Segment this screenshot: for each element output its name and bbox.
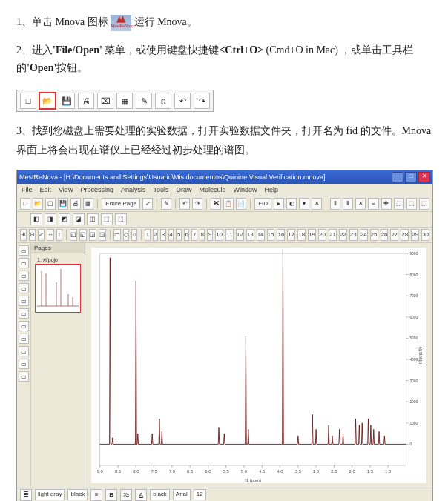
toolbar-button[interactable]: 21: [329, 229, 337, 241]
toolbar-button[interactable]: ⬚: [406, 198, 417, 210]
side-tool[interactable]: ▭: [19, 258, 29, 268]
bold-icon[interactable]: B: [105, 489, 117, 501]
toolbar-button[interactable]: 📄: [236, 198, 246, 210]
toolbar-button[interactable]: ◫: [87, 213, 99, 225]
toolbar-button[interactable]: ⬚: [394, 198, 404, 210]
side-tool[interactable]: ▭: [19, 334, 29, 344]
toolbar-button[interactable]: Ⅱ: [343, 198, 353, 210]
toolbar-button[interactable]: 14: [257, 229, 265, 241]
toolbar-button[interactable]: ◇: [123, 229, 129, 241]
toolbar-button[interactable]: ◱: [79, 229, 87, 241]
toolbar-button[interactable]: 1: [145, 229, 151, 241]
side-tool[interactable]: ▭: [19, 308, 29, 319]
toolbar-button[interactable]: ▸: [274, 198, 284, 210]
toolbar-button[interactable]: ⬚: [115, 213, 127, 225]
toolbar-button[interactable]: ○: [131, 229, 137, 241]
toolbar-button[interactable]: 13: [246, 229, 254, 241]
menu-item[interactable]: View: [59, 186, 73, 193]
sel-color2[interactable]: black: [67, 489, 88, 500]
side-tool[interactable]: ▭: [19, 359, 29, 369]
align-icon[interactable]: ≡: [90, 489, 102, 501]
menu-item[interactable]: Draw: [176, 186, 191, 193]
toolbar-button[interactable]: ↷: [192, 198, 202, 210]
menu-item[interactable]: Help: [265, 186, 279, 193]
toolbar-button[interactable]: 9: [207, 229, 213, 241]
side-tool[interactable]: ▭: [19, 271, 29, 281]
toolbar-button[interactable]: ◳: [99, 229, 106, 241]
layer-icon[interactable]: ≣: [20, 489, 32, 501]
toolbar-button[interactable]: 20: [318, 229, 326, 241]
sel-color1[interactable]: light gray: [35, 489, 65, 500]
toolbar-button[interactable]: 6: [184, 229, 190, 241]
font-a-icon[interactable]: A: [135, 489, 147, 501]
maximize-button[interactable]: □: [405, 172, 417, 182]
toolbar-button[interactable]: 3: [160, 229, 166, 241]
toolbar-button[interactable]: 8: [200, 229, 205, 241]
toolbar-button[interactable]: 📋: [223, 198, 234, 210]
menu-item[interactable]: Processing: [80, 186, 113, 193]
toolbar-button[interactable]: 10: [215, 229, 223, 241]
toolbar-button[interactable]: 4: [168, 229, 174, 241]
menu-item[interactable]: File: [22, 186, 33, 193]
toolbar-button[interactable]: 22: [339, 229, 347, 241]
toolbar-button[interactable]: 12: [236, 229, 244, 241]
toolbar-button[interactable]: 24: [360, 229, 368, 241]
toolbar-button[interactable]: ◫: [45, 198, 56, 210]
side-tool[interactable]: ▭: [19, 346, 29, 356]
toolbar-button[interactable]: ✕: [355, 198, 366, 210]
toolbar-button[interactable]: 15: [267, 229, 275, 241]
toolbar-select[interactable]: Entire Page: [102, 198, 140, 210]
toolbar-button[interactable]: ↕: [56, 229, 62, 241]
side-tool[interactable]: ▭: [19, 371, 29, 382]
menu-item[interactable]: Window: [234, 186, 257, 193]
toolbar-button[interactable]: ≡: [368, 198, 378, 210]
toolbar-button[interactable]: □: [20, 198, 30, 210]
toolbar-button[interactable]: 7: [191, 229, 197, 241]
toolbar-button[interactable]: 🖨: [70, 198, 81, 210]
toolbar-button[interactable]: ↔: [47, 229, 54, 241]
toolbar-button[interactable]: 27: [390, 229, 398, 241]
menu-item[interactable]: Analysis: [121, 186, 146, 193]
toolbar-button[interactable]: 17: [287, 229, 295, 241]
menu-item[interactable]: Tools: [153, 186, 168, 193]
minimize-button[interactable]: _: [392, 172, 403, 182]
toolbar-button[interactable]: ✚: [381, 198, 392, 210]
toolbar-button[interactable]: 5: [176, 229, 182, 241]
toolbar-button[interactable]: 📂: [33, 198, 43, 210]
side-tool[interactable]: ▭: [19, 245, 29, 256]
spectrum-plot[interactable]: 9.08.58.07.57.06.56.05.55.04.54.03.53.02…: [91, 248, 426, 483]
toolbar-button[interactable]: ◨: [45, 213, 56, 225]
menu-item[interactable]: Edit: [40, 186, 52, 193]
toolbar-button[interactable]: 💾: [58, 198, 68, 210]
toolbar-button[interactable]: ◰: [70, 229, 77, 241]
sel-color3[interactable]: black: [150, 489, 170, 500]
toolbar-button[interactable]: 2: [153, 229, 159, 241]
toolbar-button[interactable]: ⊕: [20, 229, 27, 241]
side-tool[interactable]: ▭: [19, 296, 29, 306]
toolbar-button[interactable]: ◧: [30, 213, 42, 225]
toolbar-button[interactable]: Ⅱ: [330, 198, 340, 210]
toolbar-button[interactable]: ⬚: [101, 213, 113, 225]
toolbar-button[interactable]: 29: [411, 229, 419, 241]
toolbar-button[interactable]: ✎: [161, 198, 171, 210]
toolbar-button[interactable]: 25: [370, 229, 378, 241]
toolbar-button[interactable]: ◐: [286, 198, 297, 210]
toolbar-button[interactable]: 28: [401, 229, 409, 241]
toolbar-button[interactable]: 26: [381, 229, 389, 241]
toolbar-button[interactable]: ◪: [73, 213, 85, 225]
toolbar-button[interactable]: ⤢: [142, 198, 153, 210]
toolbar-button[interactable]: ✀: [211, 198, 221, 210]
toolbar-button[interactable]: ⬚: [419, 198, 429, 210]
menu-item[interactable]: Molecule: [199, 186, 225, 193]
toolbar-button[interactable]: ⤢: [38, 229, 45, 241]
toolbar-button[interactable]: 16: [277, 229, 285, 241]
toolbar-button[interactable]: 18: [297, 229, 306, 241]
toolbar-button[interactable]: 19: [308, 229, 316, 241]
toolbar-button[interactable]: 11: [225, 229, 234, 241]
toolbar-button[interactable]: 30: [421, 229, 429, 241]
toolbar-button[interactable]: ▦: [83, 198, 93, 210]
side-tool[interactable]: ▭: [19, 321, 29, 331]
close-button[interactable]: ✕: [418, 172, 430, 182]
side-tool[interactable]: ▭: [19, 283, 29, 293]
toolbar-button[interactable]: ◩: [59, 213, 70, 225]
